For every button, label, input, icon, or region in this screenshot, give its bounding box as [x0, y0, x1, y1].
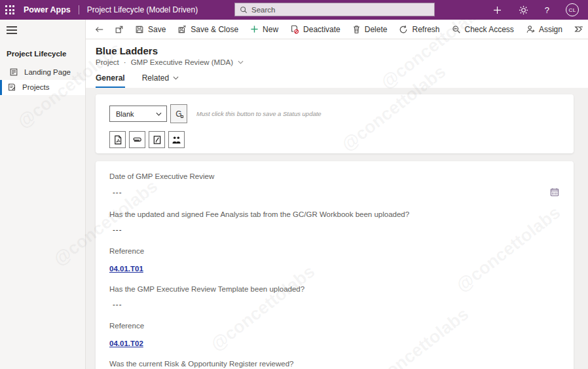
field-reference-2: Reference 04.01.T02 — [109, 322, 559, 360]
record-header: Blue Ladders Project · GMP Executive Rev… — [86, 39, 588, 88]
collapse-sitemap-icon[interactable] — [7, 26, 17, 34]
sidebar-app-name: Project Lifecycle — [7, 50, 85, 58]
save-button[interactable]: Save — [129, 20, 172, 39]
status-dropdown[interactable]: Blank — [109, 106, 167, 122]
chevron-down-icon — [173, 76, 179, 80]
search-icon — [240, 6, 248, 14]
field-value[interactable]: --- — [109, 225, 559, 233]
deactivate-icon — [290, 25, 299, 34]
people-icon — [172, 136, 181, 144]
field-review-template-uploaded: Has the GMP Executive Review Template be… — [109, 285, 559, 308]
app-launcher-icon[interactable] — [5, 5, 14, 14]
assign-person-icon — [526, 25, 535, 34]
status-dropdown-value: Blank — [116, 110, 134, 118]
field-fee-analysis-uploaded: Has the updated and signed Fee Analysis … — [109, 210, 559, 233]
attachment-button[interactable] — [129, 131, 145, 148]
delete-button[interactable]: Delete — [346, 20, 394, 39]
record-subtitle: Project · GMP Executive Review (MDA) — [96, 58, 588, 66]
new-record-button[interactable]: New — [244, 20, 284, 39]
search-placeholder: Search — [251, 6, 275, 14]
save-status-icon-box — [181, 115, 183, 118]
field-label: Has the updated and signed Fee Analysis … — [109, 210, 559, 218]
sidebar-item-label: Projects — [22, 83, 50, 91]
help-icon[interactable]: ? — [545, 5, 549, 15]
trash-icon — [352, 25, 361, 34]
field-label: Reference — [109, 322, 559, 330]
topbar-divider — [79, 5, 79, 14]
back-arrow-icon — [95, 26, 104, 33]
sidebar-item-projects[interactable]: Projects — [0, 80, 85, 95]
flow-button[interactable]: Flow — [568, 20, 588, 39]
open-in-new-window-button[interactable] — [109, 20, 129, 39]
save-status-button[interactable]: G — [170, 104, 187, 123]
field-label: Was the current Risk & Opportunity Regis… — [109, 360, 559, 368]
field-value[interactable]: --- — [109, 188, 122, 196]
entity-name: Project — [96, 58, 119, 66]
notes-button[interactable] — [149, 131, 165, 148]
clipboard-edit-icon — [153, 135, 162, 145]
field-label: Reference — [109, 247, 559, 255]
paperclip-icon — [132, 136, 142, 143]
flow-icon — [574, 25, 584, 33]
key-magnifier-icon — [452, 25, 461, 34]
assign-button[interactable]: Assign — [520, 20, 568, 39]
popout-icon — [115, 25, 124, 34]
calendar-icon[interactable] — [550, 187, 559, 197]
field-label: Date of GMP Executive Review — [109, 172, 559, 180]
field-value[interactable]: --- — [109, 300, 559, 308]
add-icon[interactable] — [492, 5, 502, 15]
pdf-button[interactable] — [109, 131, 126, 148]
sidebar-item-label: Landing Page — [24, 68, 71, 76]
status-card: Blank G Must click this button to save a… — [96, 94, 574, 153]
save-icon — [135, 25, 144, 34]
command-bar: Save Save & Close New Deactivate Delete — [86, 20, 588, 39]
power-apps-brand: Power Apps — [24, 5, 71, 14]
tab-related[interactable]: Related — [142, 73, 179, 88]
refresh-button[interactable]: Refresh — [393, 20, 445, 39]
field-reference-1: Reference 04.01.T01 — [109, 247, 559, 285]
deactivate-button[interactable]: Deactivate — [284, 20, 346, 39]
field-date-of-review: Date of GMP Executive Review --- — [109, 172, 559, 197]
reference-link[interactable]: 04.01.T01 — [109, 265, 143, 273]
tab-general[interactable]: General — [96, 73, 125, 88]
plus-icon — [250, 25, 259, 33]
save-and-close-button[interactable]: Save & Close — [172, 20, 244, 39]
app-title: Project Lifecycle (Model Driven) — [87, 5, 198, 14]
user-avatar[interactable]: CL — [566, 3, 579, 16]
subtitle-separator: · — [124, 58, 126, 66]
field-label: Has the GMP Executive Review Template be… — [109, 285, 559, 293]
back-button[interactable] — [90, 20, 109, 39]
form-tabs: General Related — [96, 73, 588, 88]
chevron-down-icon — [156, 112, 162, 116]
contacts-button[interactable] — [168, 131, 185, 148]
settings-gear-icon[interactable] — [519, 5, 528, 15]
reference-link[interactable]: 04.01.T02 — [109, 340, 143, 347]
search-input[interactable]: Search — [234, 3, 435, 16]
general-fields-card: Date of GMP Executive Review --- Has the… — [96, 161, 574, 369]
site-map-sidebar: Project Lifecycle Landing Page Projects — [0, 20, 86, 369]
field-risk-register-reviewed: Was the current Risk & Opportunity Regis… — [109, 360, 559, 369]
sidebar-item-landing-page[interactable]: Landing Page — [0, 65, 85, 80]
form-content-area[interactable]: Blank G Must click this button to save a… — [86, 88, 588, 369]
save-close-icon — [177, 25, 187, 34]
check-access-button[interactable]: Check Access — [446, 20, 520, 39]
power-apps-window: Power Apps Project Lifecycle (Model Driv… — [0, 0, 588, 369]
article-icon — [9, 68, 18, 77]
entity-edit-icon — [7, 83, 16, 92]
refresh-icon — [399, 25, 408, 34]
form-selector-value[interactable]: GMP Executive Review (MDA) — [131, 58, 233, 66]
record-title: Blue Ladders — [96, 45, 588, 56]
status-helper-text: Must click this button to save a Status … — [196, 110, 322, 117]
chevron-down-icon[interactable] — [238, 60, 244, 64]
pdf-file-icon — [113, 135, 122, 145]
top-app-bar: Power Apps Project Lifecycle (Model Driv… — [0, 0, 588, 20]
